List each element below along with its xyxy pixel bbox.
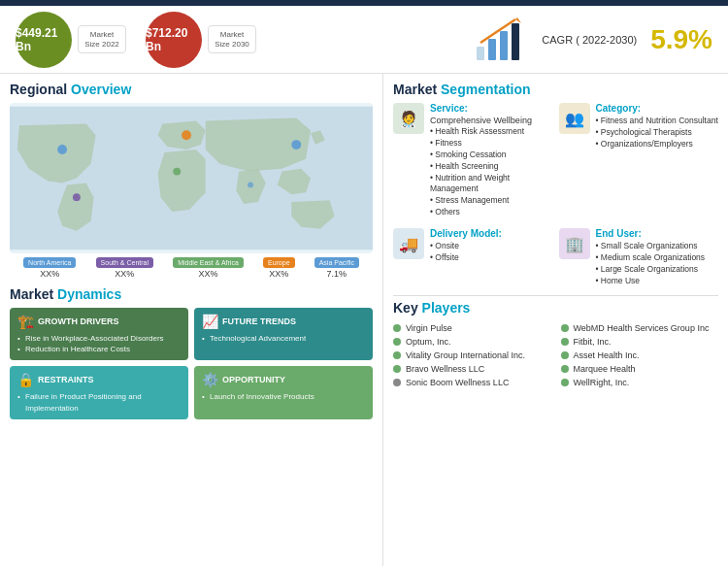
service-title: Service: [430, 103, 553, 114]
growth-item-1: Rise in Workplace-Associated Disorders [17, 333, 181, 344]
player-2-name: Optum, Inc. [406, 337, 451, 347]
seg-category: 👥 Category: Fitness and Nutrition Consul… [559, 103, 719, 218]
trend-icon [475, 17, 528, 61]
svg-rect-2 [500, 31, 508, 60]
player-8-name: Asset Health Inc. [574, 350, 640, 360]
player-10: WellRight, Inc. [561, 376, 719, 389]
service-item-4: Health Screening [430, 161, 553, 173]
svg-point-9 [173, 168, 181, 176]
svg-rect-3 [512, 23, 519, 60]
region-ap-value: 7.1% [314, 269, 359, 279]
header-right: CAGR ( 2022-2030) 5.9% [475, 17, 712, 61]
future-items: Technological Advancement [202, 333, 365, 344]
region-sa-badge: South & Central [96, 257, 153, 268]
player-7: Fitbit, Inc. [561, 335, 719, 349]
category-item-1: Fitness and Nutrition Consultant [596, 116, 718, 127]
svg-rect-0 [477, 47, 484, 60]
restraints-title: RESTRAINTS [38, 375, 94, 384]
future-card-header: 📈 FUTURE TRENDS [202, 314, 365, 329]
restraints-items: Failure in Product Positioning and Imple… [17, 391, 181, 413]
region-europe: Europe XX% [263, 257, 295, 279]
enduser-content: End User: Small Scale Organizations Medi… [596, 228, 706, 287]
seg-grid: 🧑‍⚕️ Service: Comprehensive Wellbeing He… [393, 103, 718, 287]
player-9: Marquee Health [561, 362, 719, 376]
svg-point-11 [248, 182, 253, 187]
future-title: FUTURE TRENDS [222, 316, 296, 326]
region-sa-value: XX% [96, 269, 153, 279]
player-4-name: Bravo Wellness LLC [406, 364, 484, 374]
dynamics-grid: 🏗️ GROWTH DRIVERS Rise in Workplace-Asso… [10, 308, 373, 419]
category-title: Category: [596, 103, 718, 114]
right-panel: Market Segmentation 🧑‍⚕️ Service: Compre… [383, 74, 728, 566]
dynamics-title: Market Dynamics [10, 286, 373, 302]
svg-point-6 [57, 145, 67, 154]
svg-point-8 [182, 130, 191, 140]
cagr-label: CAGR ( 2022-2030) [542, 34, 637, 46]
player-1-dot [393, 324, 401, 332]
region-na-badge: North America [23, 257, 76, 268]
players-right: WebMD Health Services Group Inc Fitbit, … [561, 321, 719, 389]
region-me-value: XX% [173, 269, 244, 279]
opportunity-icon: ⚙️ [202, 372, 218, 387]
player-4-dot [393, 365, 401, 373]
key-players-section: Key Players Virgin Pulse Optum, Inc. [393, 300, 718, 389]
opportunity-card-header: ⚙️ OPPORTUNITY [202, 372, 365, 387]
future-icon: 📈 [202, 314, 218, 329]
enduser-item-3: Large Scale Organizations [596, 264, 706, 276]
region-me-badge: Middle East & Africa [173, 257, 244, 268]
category-item-3: Organizations/Employers [596, 139, 718, 150]
service-list: Health Risk Assessment Fitness Smoking C… [430, 126, 553, 218]
opportunity-card: ⚙️ OPPORTUNITY Launch of Innovative Prod… [194, 366, 373, 418]
player-8-dot [561, 351, 569, 359]
region-ap-badge: Asia Pacific [314, 257, 359, 268]
region-na-value: XX% [23, 269, 76, 279]
delivery-item-1: Onsite [430, 241, 502, 252]
player-2-dot [393, 338, 401, 346]
growth-title: GROWTH DRIVERS [38, 316, 119, 326]
delivery-title: Delivery Model: [430, 228, 502, 239]
player-3-name: Vitality Group International Inc. [406, 350, 525, 360]
enduser-title: End User: [596, 228, 706, 239]
player-10-dot [561, 379, 569, 386]
region-labels: North America XX% South & Central XX% Mi… [10, 253, 373, 279]
future-item-1: Technological Advancement [202, 333, 365, 344]
restraints-item-1: Failure in Product Positioning and Imple… [17, 391, 181, 413]
badge-circle-2022: $449.21 Bn [16, 12, 72, 68]
player-7-dot [561, 338, 569, 346]
svg-marker-4 [515, 17, 521, 23]
player-2: Optum, Inc. [393, 335, 551, 349]
market-2030-amount: $712.20 Bn [146, 26, 202, 53]
region-eu-value: XX% [263, 269, 295, 279]
delivery-content: Delivery Model: Onsite Offsite [430, 228, 502, 264]
badge-circle-2030: $712.20 Bn [146, 12, 202, 68]
service-item-7: Others [430, 207, 553, 218]
growth-drivers-card: 🏗️ GROWTH DRIVERS Rise in Workplace-Asso… [10, 308, 188, 360]
player-5: Sonic Boom Wellness LLC [393, 376, 551, 389]
service-item-1: Health Risk Assessment [430, 126, 553, 138]
seg-service: 🧑‍⚕️ Service: Comprehensive Wellbeing He… [393, 103, 553, 218]
svg-point-10 [291, 140, 301, 150]
world-map-svg [10, 103, 373, 253]
enduser-list: Small Scale Organizations Medium scale O… [596, 241, 706, 287]
opportunity-items: Launch of Innovative Products [202, 391, 365, 402]
restraints-card: 🔒 RESTRAINTS Failure in Product Position… [10, 366, 188, 418]
segmentation-title: Market Segmentation [393, 82, 718, 97]
players-left: Virgin Pulse Optum, Inc. Vitality Group … [393, 321, 551, 389]
player-1-name: Virgin Pulse [406, 323, 452, 333]
seg-enduser: 🏢 End User: Small Scale Organizations Me… [559, 228, 719, 287]
player-5-name: Sonic Boom Wellness LLC [406, 378, 509, 387]
service-item-2: Fitness [430, 138, 553, 150]
service-content: Service: Comprehensive Wellbeing Health … [430, 103, 553, 218]
segmentation-section: Market Segmentation 🧑‍⚕️ Service: Compre… [393, 82, 718, 287]
enduser-item-4: Home Use [596, 276, 706, 287]
region-south-america: South & Central XX% [96, 257, 153, 279]
badge-label-2030: Market Size 2030 [208, 25, 256, 53]
player-4: Bravo Wellness LLC [393, 362, 551, 376]
service-icon: 🧑‍⚕️ [393, 103, 424, 134]
seg-divider [393, 295, 718, 296]
key-players-title: Key Players [393, 300, 718, 316]
market-2030-badge: $712.20 Bn Market Size 2030 [146, 12, 256, 68]
region-north-america: North America XX% [23, 257, 76, 279]
svg-point-7 [73, 193, 81, 201]
service-item-6: Stress Management [430, 195, 553, 207]
